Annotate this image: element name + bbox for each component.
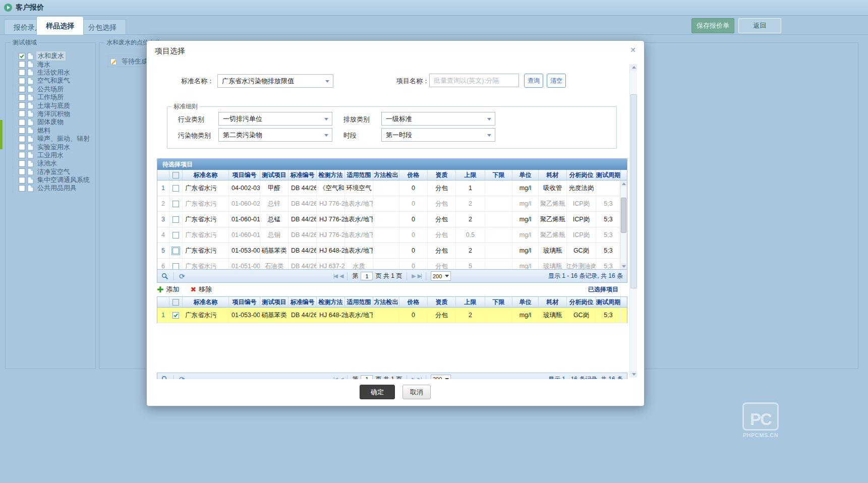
scroll-up-icon[interactable] [630, 64, 637, 71]
tree-item-集中空调通风系统[interactable]: 集中空调通风系统 [11, 176, 93, 184]
remove-button[interactable]: ✖ 移除 [190, 285, 212, 294]
industry-type-select[interactable]: 一切排污单位 [218, 112, 332, 126]
first-page-icon[interactable]: |◀ [333, 376, 337, 380]
row-checkbox[interactable] [172, 312, 179, 319]
col-header[interactable]: 上限 [456, 170, 485, 180]
col-header[interactable]: 测试周期 [596, 297, 621, 307]
table-row[interactable]: 1广东省水污04-002-03甲醛DB 44/26-《空气和废环境空气0分包1m… [157, 180, 627, 196]
page-number-input[interactable] [361, 272, 373, 280]
row-checkbox[interactable] [172, 232, 179, 238]
tree-item-空气和废气[interactable]: 空气和废气 [11, 77, 93, 85]
add-button[interactable]: ✚ 添加 [157, 285, 179, 294]
tree-item-海水[interactable]: 海水 [11, 60, 93, 68]
checkbox[interactable] [19, 160, 25, 167]
col-header[interactable]: 测试项目 [260, 297, 288, 307]
checkbox[interactable] [19, 69, 25, 76]
col-header[interactable]: 下限 [485, 170, 512, 180]
checkbox[interactable] [19, 144, 25, 150]
row-checkbox[interactable] [172, 248, 179, 254]
tree-item-土壤与底质[interactable]: 土壤与底质 [11, 101, 93, 109]
page-size-select[interactable]: 200 [431, 375, 451, 380]
next-page-icon[interactable]: ▶ [412, 273, 415, 279]
col-header[interactable]: 测试周期 [596, 170, 621, 180]
col-header[interactable]: 分析岗位 [567, 170, 596, 180]
checkbox[interactable] [19, 86, 25, 92]
table-row[interactable]: 1广东省水污01-053-00硝基苯类DB 44/26-HJ 648-20地表水… [157, 308, 627, 323]
table-row[interactable]: 5广东省水污01-053-00硝基苯类DB 44/26-HJ 648-20地表水… [157, 243, 627, 259]
refresh-icon[interactable]: ⟳ [179, 375, 185, 379]
col-header[interactable]: 标准名称 [183, 297, 229, 307]
project-name-input[interactable] [429, 74, 519, 87]
select-all-checkbox[interactable] [169, 170, 183, 180]
grid-scrollbar-thumb[interactable] [621, 198, 626, 233]
col-header[interactable]: 项目编号 [229, 297, 260, 307]
col-header[interactable]: 下限 [485, 297, 512, 307]
col-header[interactable]: 单位 [512, 170, 539, 180]
scroll-up-icon[interactable] [621, 180, 627, 187]
row-checkbox[interactable] [172, 216, 179, 223]
checkbox[interactable] [19, 119, 25, 126]
checkbox[interactable] [19, 61, 25, 68]
col-header[interactable]: 资质 [428, 297, 456, 307]
search-icon[interactable] [161, 273, 168, 280]
checkbox[interactable] [19, 177, 25, 184]
tree-item-公共场所[interactable]: 公共场所 [11, 85, 93, 93]
clear-button[interactable]: 清空 [547, 74, 566, 88]
last-page-icon[interactable]: ▶| [418, 273, 421, 279]
next-page-icon[interactable]: ▶ [412, 376, 415, 380]
tab-subcontract-select[interactable]: 分包选择 [79, 19, 126, 35]
table-row[interactable]: 4广东省水污01-060-01总铜DB 44/26-HJ 776-20地表水/地… [157, 227, 627, 243]
tree-item-水和废水[interactable]: 水和废水 [11, 52, 93, 60]
col-header[interactable]: 检测方法 [317, 297, 345, 307]
scroll-down-icon[interactable] [621, 263, 627, 269]
row-checkbox[interactable] [172, 201, 179, 207]
row-checkbox[interactable] [172, 263, 179, 270]
pollutant-type-select[interactable]: 第二类污染物 [218, 128, 332, 142]
tree-item-洁净室空气[interactable]: 洁净室空气 [11, 167, 93, 175]
checkbox[interactable] [19, 136, 25, 142]
col-header[interactable]: 上限 [456, 297, 485, 307]
checkbox[interactable] [19, 127, 25, 134]
period-select[interactable]: 第一时段 [381, 128, 495, 142]
col-header[interactable]: 分析岗位 [567, 297, 596, 307]
tree-item-泳池水[interactable]: 泳池水 [11, 159, 93, 167]
col-header[interactable]: 标准编号 [288, 297, 317, 307]
prev-page-icon[interactable]: ◀ [339, 376, 342, 380]
select-all-checkbox[interactable] [169, 297, 183, 307]
save-quote-button[interactable]: 保存报价单 [691, 18, 734, 33]
col-header[interactable]: 资质 [428, 170, 456, 180]
col-header[interactable]: 耗材 [539, 297, 567, 307]
dialog-scrollbar[interactable] [629, 64, 637, 378]
col-header[interactable]: 方法检出 [373, 170, 399, 180]
last-page-icon[interactable]: ▶| [418, 376, 421, 380]
search-button[interactable]: 查询 [524, 74, 543, 88]
cancel-button[interactable]: 取消 [402, 385, 431, 399]
col-header[interactable]: 耗材 [539, 170, 567, 180]
close-icon[interactable]: ✕ [630, 46, 636, 54]
standard-name-select[interactable]: 广东省水污染物排放限值 [217, 74, 333, 88]
col-header[interactable]: 标准编号 [288, 170, 317, 180]
checkbox[interactable] [19, 78, 25, 84]
table-row[interactable]: 3广东省水污01-060-01总锰DB 44/26-HJ 776-20地表水/地… [157, 212, 627, 227]
col-header[interactable]: 适用范围 [345, 297, 373, 307]
checkbox[interactable] [19, 168, 25, 175]
row-checkbox[interactable] [172, 185, 179, 192]
col-header[interactable]: 测试项目 [260, 170, 288, 180]
tree-item-实验室用水[interactable]: 实验室用水 [11, 143, 93, 151]
checkbox[interactable] [19, 102, 25, 109]
tree-item-噪声、振动、辐射[interactable]: 噪声、振动、辐射 [11, 135, 93, 143]
point-item-pending[interactable]: 等待生成 [107, 56, 152, 67]
col-header[interactable]: 价格 [399, 297, 428, 307]
scroll-down-icon[interactable] [630, 371, 637, 378]
grid-scrollbar[interactable] [620, 180, 627, 269]
col-header[interactable]: 方法检出 [373, 297, 399, 307]
table-row[interactable]: 6广东省水污01-051-00石油类DB 44/26-HJ 637-20水质0分… [157, 259, 627, 269]
col-header[interactable]: 单位 [512, 297, 539, 307]
tree-item-海洋沉积物[interactable]: 海洋沉积物 [11, 110, 93, 118]
col-header[interactable]: 检测方法 [317, 170, 345, 180]
back-button[interactable]: 返回 [738, 18, 781, 33]
checkbox[interactable] [19, 110, 25, 117]
dialog-scrollbar-thumb[interactable] [630, 94, 637, 288]
refresh-icon[interactable]: ⟳ [179, 272, 185, 280]
page-size-select[interactable]: 200 [431, 271, 451, 281]
